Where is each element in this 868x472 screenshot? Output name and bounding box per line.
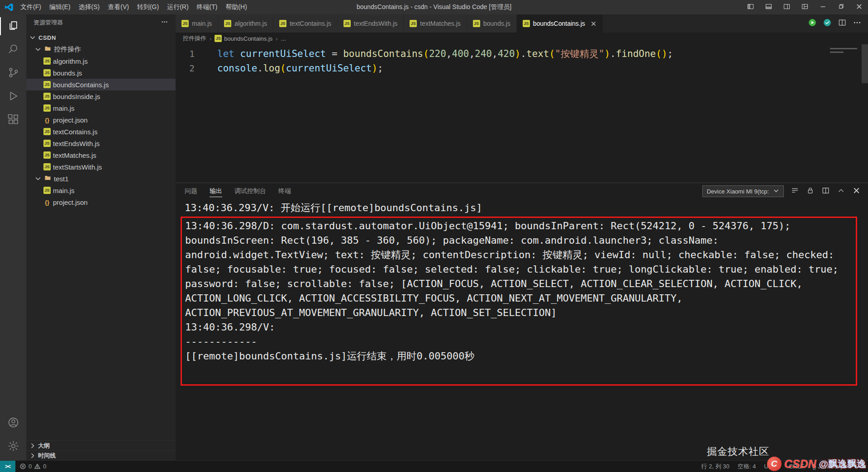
more-actions-button[interactable] [853, 18, 862, 29]
tree-item[interactable]: {}project.json [26, 114, 176, 126]
search-icon [7, 43, 19, 57]
bottom-panel: 问题输出调试控制台终端 Device Xiaomi MI 9(tcp: 13:4… [176, 183, 868, 460]
device-selector[interactable]: Device Xiaomi MI 9(tcp: [702, 185, 784, 197]
section-label: 大纲 [38, 442, 50, 450]
tree-item[interactable]: JSalgorithm.js [26, 55, 176, 67]
menu-help[interactable]: 帮助(H) [221, 0, 251, 14]
menu-file[interactable]: 文件(F) [16, 0, 45, 14]
js-file-icon: JS [473, 20, 480, 27]
panel-tab-problems[interactable]: 问题 [185, 183, 197, 199]
js-file-icon: JS [43, 104, 51, 112]
open-in-editor-button[interactable] [821, 186, 830, 197]
tree-item[interactable]: {}project.json [26, 196, 176, 208]
tree-item[interactable]: JStextMatches.js [26, 149, 176, 161]
tab[interactable]: JSbounds.js [467, 14, 517, 33]
problems-button[interactable]: 00 [15, 461, 50, 472]
layout-panel-icon [765, 3, 773, 12]
activity-explorer[interactable] [0, 14, 26, 38]
tree-item[interactable]: JSbounds.js [26, 67, 176, 79]
menu-view[interactable]: 查看(V) [104, 0, 133, 14]
panel-tab-output[interactable]: 输出 [210, 183, 222, 199]
output-line: ------------ [185, 335, 852, 349]
scrollbar-thumb[interactable] [862, 44, 868, 83]
tab[interactable]: JStextMatches.js [404, 14, 467, 33]
tree-item[interactable]: JSboundsContains.js [26, 79, 176, 90]
code-area[interactable]: let currentUiSelect = boundsContains(220… [205, 44, 673, 183]
tree-item-label: bounds.js [53, 69, 82, 77]
remote-indicator-button[interactable]: >< [0, 461, 15, 472]
tree-item-label: boundsContains.js [53, 81, 109, 89]
tree-item-label: project.json [53, 116, 88, 124]
status-bar: ><00 行 2, 列 30空格: 4UTF-8CRLF{} JavaScrip… [0, 460, 868, 472]
toggle-panel-button[interactable] [759, 0, 777, 14]
tree-item[interactable]: 控件操作 [26, 43, 176, 55]
csdn-watermark-handle: @飘逸飘逸 [819, 458, 866, 470]
tree-item[interactable]: JStextContains.js [26, 126, 176, 137]
activity-bar-bottom [0, 411, 26, 458]
breadcrumb-label: ... [281, 35, 286, 42]
folder-icon [44, 174, 52, 183]
minimap-line [830, 52, 844, 53]
menu-terminal[interactable]: 终端(T) [193, 0, 222, 14]
tree-item[interactable]: JStextStartsWith.js [26, 161, 176, 173]
panel-tab-debug-console[interactable]: 调试控制台 [234, 183, 266, 199]
activity-source-control[interactable] [0, 61, 26, 85]
chevron-right-icon [29, 442, 36, 449]
panel-tab-terminal[interactable]: 终端 [278, 183, 291, 199]
timeline-section[interactable]: 时间线 [26, 450, 176, 460]
split-editor-button[interactable] [838, 18, 847, 29]
tab[interactable]: JStextContains.js [273, 14, 338, 33]
indentation-button[interactable]: 空格: 4 [734, 461, 760, 472]
clear-output-button[interactable] [791, 186, 799, 197]
maximize-panel-button[interactable] [837, 186, 845, 197]
device-connect-button[interactable] [823, 18, 832, 29]
close-panel-button[interactable] [852, 186, 861, 197]
outline-section[interactable]: 大纲 [26, 440, 176, 450]
menu-edit[interactable]: 编辑(E) [45, 0, 75, 14]
tab-label: algorithm.js [234, 20, 267, 27]
tree-item[interactable]: JStextEndsWith.js [26, 137, 176, 149]
breadcrumb-item[interactable]: JSboundsContains.js [215, 35, 272, 42]
more-actions-icon [853, 18, 862, 29]
activity-run-debug[interactable] [0, 85, 26, 109]
breadcrumb-item[interactable]: 控件操作 [183, 34, 206, 42]
tree-item[interactable]: JSmain.js [26, 102, 176, 114]
toggle-sidebar-button[interactable] [741, 0, 759, 14]
tree-item[interactable]: JSboundsInside.js [26, 90, 176, 102]
menu-run[interactable]: 运行(R) [163, 0, 192, 14]
menu-go[interactable]: 转到(G) [133, 0, 163, 14]
menu-bar: 文件(F)编辑(E)选择(S)查看(V)转到(G)运行(R)终端(T)帮助(H) [16, 0, 251, 14]
layout-customize-icon [801, 3, 809, 12]
sidebar-sections: 大纲时间线 [26, 440, 176, 460]
activity-search[interactable] [0, 38, 26, 61]
menu-selection[interactable]: 选择(S) [75, 0, 104, 14]
activity-account[interactable] [0, 411, 26, 435]
activity-settings[interactable] [0, 435, 26, 458]
tab[interactable]: JSboundsContains.js [517, 14, 603, 33]
tree-item-label: algorithm.js [53, 57, 88, 65]
cursor-position-button[interactable]: 行 2, 列 30 [697, 461, 734, 472]
run-button[interactable] [808, 18, 817, 29]
tab[interactable]: JSmain.js [176, 14, 218, 33]
toggle-secondary-sidebar-button[interactable] [777, 0, 796, 14]
tree-item[interactable]: test1 [26, 173, 176, 184]
tree-item[interactable]: CSDN [26, 32, 176, 43]
code-line: let currentUiSelect = boundsContains(220… [217, 47, 673, 61]
lock-scroll-button[interactable] [806, 186, 815, 197]
vscode-window: 文件(F)编辑(E)选择(S)查看(V)转到(G)运行(R)终端(T)帮助(H)… [0, 0, 868, 472]
minimap[interactable] [827, 46, 862, 78]
minimize-button[interactable] [814, 0, 832, 14]
more-actions-icon[interactable] [161, 18, 168, 27]
maximize-button[interactable] [832, 0, 850, 14]
tab[interactable]: JSalgorithm.js [218, 14, 273, 33]
js-file-icon: JS [181, 20, 189, 27]
js-file-icon: JS [43, 81, 51, 88]
customize-layout-button[interactable] [796, 0, 814, 14]
breadcrumb-item[interactable]: ... [281, 35, 286, 42]
line-number: 2 [176, 61, 195, 76]
tab[interactable]: JStextEndsWith.js [338, 14, 404, 33]
activity-extensions[interactable] [0, 109, 26, 132]
close-window-button[interactable] [850, 0, 868, 14]
tree-item[interactable]: JSmain.js [26, 184, 176, 196]
editor-scrollbar[interactable] [862, 44, 868, 183]
